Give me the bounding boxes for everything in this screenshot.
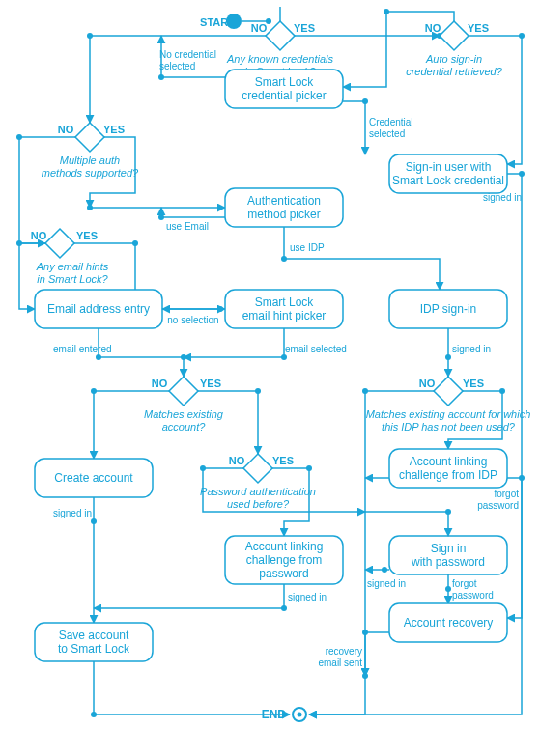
- d4-yes: YES: [76, 230, 98, 241]
- svg-point-22: [445, 354, 451, 360]
- n8-l2: challenge from: [246, 553, 323, 567]
- n8-l1: Account linking: [245, 540, 324, 553]
- svg-point-13: [519, 171, 525, 177]
- n5-l2: email hint picker: [242, 309, 327, 322]
- edge-signedin-n10: signed in: [367, 578, 406, 589]
- svg-point-29: [519, 475, 525, 481]
- svg-point-5: [384, 9, 389, 14]
- n7-l1: Create account: [54, 471, 133, 485]
- d5-yes: YES: [200, 378, 221, 389]
- edge-signedin-n6: signed in: [452, 344, 491, 354]
- d2-l1: Multiple auth: [60, 154, 120, 166]
- d6-yes: YES: [272, 455, 294, 466]
- d2-no: NO: [58, 124, 74, 135]
- edge-forgot-n9: forgot: [494, 489, 519, 499]
- n11-l1: Account recovery: [404, 616, 494, 630]
- edge-no-credential-b: selected: [159, 61, 195, 71]
- n1-l1: Smart Lock: [255, 75, 315, 89]
- svg-point-28: [281, 605, 287, 611]
- svg-point-31: [382, 567, 387, 573]
- d5-l2: account?: [162, 421, 207, 433]
- svg-point-6: [519, 33, 525, 39]
- svg-point-21: [255, 388, 261, 394]
- n3-l1: Sign-in user with: [406, 160, 492, 174]
- edge-email-selected: email selected: [285, 344, 347, 354]
- d7-l1: Matches existing account for which: [366, 408, 531, 420]
- svg-point-11: [158, 214, 164, 220]
- svg-point-12: [281, 256, 287, 262]
- d3-l1: Auto sign-in: [425, 53, 482, 65]
- n2-l2: method picker: [247, 208, 320, 221]
- svg-point-32: [445, 586, 451, 592]
- d4-l1: Any email hints: [36, 261, 109, 272]
- edge-signedin-n8: signed in: [288, 592, 327, 602]
- decision-multiple-auth: [75, 123, 104, 152]
- d5-l1: Matches existing: [144, 408, 224, 420]
- d1-no: NO: [251, 22, 268, 34]
- d4-l2: in Smart Lock?: [37, 273, 108, 285]
- svg-point-35: [362, 673, 368, 679]
- svg-point-20: [91, 388, 97, 394]
- n10-l2: with password: [411, 555, 485, 569]
- edge-credential-selected: Credential: [369, 117, 413, 127]
- n10-l1: Sign in: [431, 542, 467, 555]
- decision-known-credentials: [266, 21, 295, 50]
- decision-auto-signin: [440, 21, 469, 50]
- svg-point-7: [158, 74, 164, 80]
- edge-forgot-n10b: password: [452, 590, 494, 601]
- d4-no: NO: [31, 230, 47, 241]
- d1-l1: Any known credentials: [226, 53, 334, 65]
- svg-point-17: [96, 354, 101, 360]
- start-node-icon: [226, 14, 242, 29]
- svg-point-14: [16, 240, 22, 246]
- edge-email-entered: email entered: [53, 344, 112, 354]
- edge-signedin-n7: signed in: [53, 508, 92, 518]
- edge-recovery-a: recovery: [326, 646, 362, 657]
- d2-yes: YES: [103, 124, 125, 135]
- flowchart: START NO YES Any known credentials in Sm…: [0, 0, 540, 756]
- n8-l3: password: [259, 567, 308, 580]
- svg-point-33: [362, 630, 368, 635]
- d1-yes: YES: [294, 22, 315, 34]
- svg-point-15: [132, 240, 138, 246]
- edge-signedin-n3: signed in: [483, 192, 522, 203]
- svg-point-18: [281, 354, 287, 360]
- svg-point-19: [181, 354, 186, 360]
- d2-l2: methods supported?: [42, 167, 139, 179]
- n6-l1: IDP sign-in: [420, 302, 476, 316]
- decision-email-hints: [45, 229, 74, 258]
- edge-use-email: use Email: [166, 221, 209, 232]
- n4-l1: Email address entry: [47, 302, 150, 316]
- n12-l2: to Smart Lock: [58, 642, 130, 656]
- svg-point-26: [200, 465, 206, 471]
- n9-l1: Account linking: [410, 455, 488, 468]
- d3-yes: YES: [468, 22, 489, 34]
- edge-recovery-b: email sent: [318, 658, 362, 668]
- svg-point-25: [91, 518, 97, 524]
- svg-point-9: [16, 134, 22, 140]
- d5-no: NO: [152, 378, 168, 389]
- d3-no: NO: [425, 22, 441, 34]
- decision-matches-idp: [434, 377, 463, 406]
- edge-forgot-n9b: password: [477, 500, 519, 511]
- n12-l1: Save account: [59, 629, 129, 642]
- d7-l2: this IDP has not been used?: [382, 421, 516, 433]
- d6-l2: used before?: [227, 498, 290, 510]
- d3-l2: credential retrieved?: [406, 66, 503, 77]
- svg-point-36: [298, 713, 302, 717]
- svg-point-8: [362, 98, 368, 104]
- d7-yes: YES: [463, 378, 484, 389]
- edge-credential-selected-b: selected: [369, 128, 405, 139]
- decision-matches-existing: [169, 377, 198, 406]
- edge-use-idp: use IDP: [290, 242, 325, 253]
- d6-no: NO: [229, 455, 245, 466]
- edge-forgot-n10: forgot: [452, 578, 477, 589]
- svg-point-30: [445, 509, 451, 515]
- n1-l2: credential picker: [242, 89, 326, 102]
- d6-l1: Password authentication: [200, 486, 316, 497]
- n3-l2: Smart Lock credential: [392, 174, 504, 187]
- svg-point-34: [91, 712, 97, 717]
- svg-point-24: [499, 388, 505, 394]
- n2-l1: Authentication: [247, 194, 321, 208]
- n5-l1: Smart Lock: [255, 295, 315, 309]
